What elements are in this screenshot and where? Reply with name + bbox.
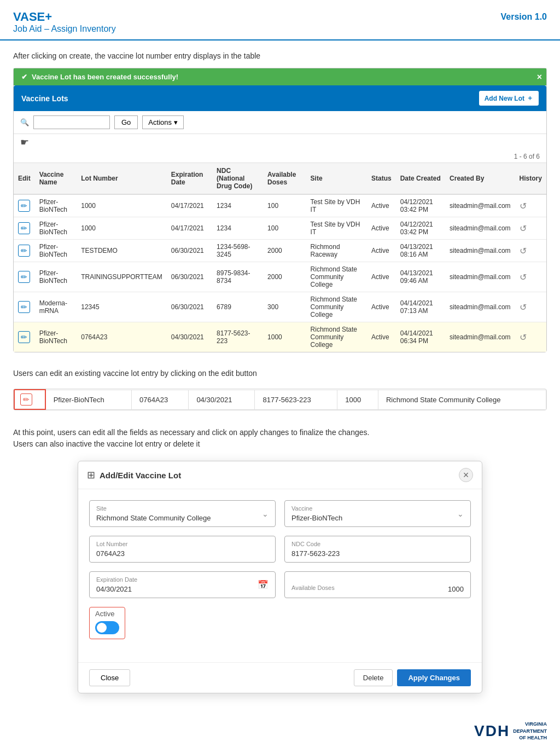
site-1: Test Site by VDH IT xyxy=(306,217,367,240)
section3-description: At this point, users can edit all the fi… xyxy=(13,427,547,450)
col-created-by: Created By xyxy=(445,163,515,195)
modal-title-icon: ⊞ xyxy=(87,469,95,481)
history-4: ↺ xyxy=(515,292,546,322)
col-available-doses: Available Doses xyxy=(263,163,306,195)
modal-close-x-button[interactable]: × xyxy=(459,468,473,482)
active-toggle[interactable] xyxy=(95,621,119,634)
table-row: ✏ Pfizer-BioNTech TRAININGSUPPORTTEAM 06… xyxy=(14,262,546,292)
delete-button[interactable]: Delete xyxy=(354,669,393,686)
lot-number-0: 1000 xyxy=(77,194,166,217)
edit-cell-4: ✏ xyxy=(14,292,35,322)
available-doses-value: 1000 xyxy=(448,585,464,593)
site-5: Richmond State Community College xyxy=(306,322,367,352)
actions-button[interactable]: Actions ▾ xyxy=(142,115,184,129)
lot-number-label: Lot Number xyxy=(96,541,269,547)
vdh-logo: VDH VIRGINIA DEPARTMENT OF HEALTH xyxy=(0,715,560,747)
actions-label: Actions xyxy=(148,118,172,126)
edit-row-doses: 1000 xyxy=(337,390,378,409)
history-icon-2[interactable]: ↺ xyxy=(520,246,527,256)
vaccine-chevron-icon[interactable]: ⌄ xyxy=(457,509,464,518)
ndc-1: 1234 xyxy=(212,217,263,240)
edit-button-highlighted[interactable]: ✏ xyxy=(20,393,32,406)
doses-5: 1000 xyxy=(263,322,306,352)
edit-cell-1: ✏ xyxy=(14,217,35,240)
status-2: Active xyxy=(367,240,396,262)
edit-row-site: Richmond State Community College xyxy=(378,390,546,409)
apply-changes-button[interactable]: Apply Changes xyxy=(397,669,471,686)
vdh-letters: VDH xyxy=(474,722,510,740)
app-title: VASE+ xyxy=(13,10,116,24)
lot-number-2: TESTDEMO xyxy=(77,240,166,262)
date-created-3: 04/13/2021 09:46 AM xyxy=(396,262,445,292)
edit-row-lot: 0764A23 xyxy=(132,390,189,409)
created-by-2: siteadmin@mail.com xyxy=(445,240,515,262)
go-button[interactable]: Go xyxy=(114,115,138,129)
vaccine-lots-title: Vaccine Lots xyxy=(21,94,68,103)
edit-icon-2[interactable]: ✏ xyxy=(18,245,30,257)
site-3: Richmond State Community College xyxy=(306,262,367,292)
vaccine-field: Vaccine Pfizer-BioNTech ⌄ xyxy=(284,500,471,527)
success-message: Vaccine Lot has been created successfull… xyxy=(32,73,178,81)
col-history: History xyxy=(515,163,546,195)
toggle-slider xyxy=(95,621,119,634)
history-icon-1[interactable]: ↺ xyxy=(520,224,527,233)
edit-icon-4[interactable]: ✏ xyxy=(18,301,30,313)
col-expiration-date: Expiration Date xyxy=(167,163,212,195)
exp-date-3: 06/30/2021 xyxy=(167,262,212,292)
doses-1: 100 xyxy=(263,217,306,240)
history-icon-0[interactable]: ↺ xyxy=(520,201,527,211)
ndc-2: 1234-5698-3245 xyxy=(212,240,263,262)
exp-date-0: 04/17/2021 xyxy=(167,194,212,217)
site-chevron-icon[interactable]: ⌄ xyxy=(262,509,269,518)
col-edit: Edit xyxy=(14,163,35,195)
modal-box: ⊞ Add/Edit Vaccine Lot × Site Richmond S… xyxy=(78,461,482,693)
status-5: Active xyxy=(367,322,396,352)
search-input[interactable] xyxy=(33,115,110,129)
banner-close-button[interactable]: × xyxy=(537,72,542,82)
ndc-field: NDC Code 8177-5623-223 xyxy=(284,536,471,563)
success-banner: ✔ Vaccine Lot has been created successfu… xyxy=(14,68,546,85)
search-icon: 🔍 xyxy=(20,118,29,126)
created-by-1: siteadmin@mail.com xyxy=(445,217,515,240)
table-row: ✏ Moderna-mRNA 12345 06/30/2021 6789 300… xyxy=(14,292,546,322)
modal-title-bar: ⊞ Add/Edit Vaccine Lot × xyxy=(78,461,482,489)
ndc-label: NDC Code xyxy=(291,541,464,547)
status-3: Active xyxy=(367,262,396,292)
history-icon-5[interactable]: ↺ xyxy=(520,333,527,342)
edit-row-vaccine: Pfizer-BioNTech xyxy=(45,390,132,409)
created-by-5: siteadmin@mail.com xyxy=(445,322,515,352)
history-icon-4[interactable]: ↺ xyxy=(520,303,527,312)
doses-3: 2000 xyxy=(263,262,306,292)
close-button[interactable]: Close xyxy=(89,669,130,686)
edit-icon-1[interactable]: ✏ xyxy=(18,222,30,234)
header: VASE+ Job Aid – Assign Inventory Version… xyxy=(0,0,560,40)
cursor-indicator: ☛ xyxy=(14,134,546,150)
edit-cell-2: ✏ xyxy=(14,240,35,262)
search-bar: 🔍 Go Actions ▾ xyxy=(14,111,546,134)
vaccine-lots-table-container: ✔ Vaccine Lot has been created successfu… xyxy=(13,68,547,352)
vaccine-label: Vaccine xyxy=(291,505,342,512)
edit-icon-5[interactable]: ✏ xyxy=(18,331,30,343)
status-1: Active xyxy=(367,217,396,240)
ndc-value: 8177-5623-223 xyxy=(291,549,340,558)
edit-icon-0[interactable]: ✏ xyxy=(18,200,30,212)
main-content: After clicking on create, the vaccine lo… xyxy=(0,40,560,715)
history-2: ↺ xyxy=(515,240,546,262)
edit-cell-0: ✏ xyxy=(14,194,35,217)
site-2: Richmond Raceway xyxy=(306,240,367,262)
doses-4: 300 xyxy=(263,292,306,322)
date-created-2: 04/13/2021 08:16 AM xyxy=(396,240,445,262)
expiration-date-field: Expiration Date 04/30/2021 📅 xyxy=(89,571,276,598)
calendar-icon[interactable]: 📅 xyxy=(258,580,269,590)
edit-icon-3[interactable]: ✏ xyxy=(18,271,30,283)
section2-description: Users can edit an existing vaccine lot e… xyxy=(13,369,547,378)
edit-row-section: ✏ Pfizer-BioNTech 0764A23 04/30/2021 817… xyxy=(13,389,547,410)
edit-row-vaccine-name: Pfizer-BioNTech xyxy=(54,396,104,404)
vaccine-name-0: Pfizer-BioNTech xyxy=(35,194,77,217)
vdh-line3: OF HEALTH xyxy=(513,734,547,742)
add-new-lot-button[interactable]: Add New Lot ＋ xyxy=(479,91,539,106)
history-icon-3[interactable]: ↺ xyxy=(520,273,527,282)
lot-number-value: 0764A23 xyxy=(96,549,125,558)
modal-title: Add/Edit Vaccine Lot xyxy=(100,471,181,480)
edit-row-ndc: 8177-5623-223 xyxy=(255,390,337,409)
